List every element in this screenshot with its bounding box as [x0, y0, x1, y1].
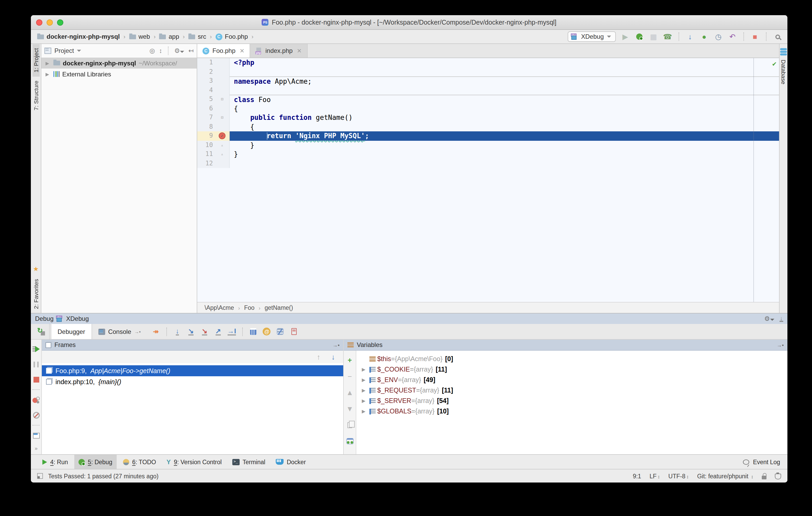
debug-tab-debugger[interactable]: Debugger: [51, 324, 92, 339]
mute-breakpoints-button[interactable]: [31, 410, 41, 420]
lock-icon[interactable]: [762, 476, 766, 479]
float-panel-icon[interactable]: →▪: [332, 342, 340, 348]
code-editor[interactable]: ✔ 1<?php23namespace App\Acme;45⊟class Fo…: [197, 58, 779, 302]
expand-arrow-icon[interactable]: ▶: [359, 409, 368, 414]
tool-window-button-4-run[interactable]: 4: Run: [38, 455, 72, 469]
code-line[interactable]: 2: [197, 67, 779, 77]
gutter-cell[interactable]: 12: [197, 159, 230, 168]
gear-icon[interactable]: ⚙: [764, 315, 774, 322]
git-branch-widget[interactable]: Git: feature/phpunit ↕: [697, 473, 753, 479]
close-tab-icon[interactable]: ✕: [240, 47, 244, 54]
gutter-cell[interactable]: 4: [197, 86, 230, 95]
expand-arrow-icon[interactable]: ▶: [359, 367, 368, 372]
listen-debug-connections-button[interactable]: ☎: [663, 31, 672, 42]
code-line[interactable]: 10▵ }: [197, 141, 779, 150]
collapse-all-icon[interactable]: ↕: [159, 47, 162, 54]
code-line[interactable]: 3namespace App\Acme;: [197, 77, 779, 86]
step-out-button[interactable]: ↗: [213, 326, 223, 337]
debug-tab-console[interactable]: Console→▪: [92, 324, 147, 339]
more-actions-icon[interactable]: »: [34, 446, 37, 451]
expand-arrow-icon[interactable]: ▶: [46, 60, 51, 66]
variable-row[interactable]: ▶$_ENV = {array}[49]: [356, 375, 787, 385]
caret-position-widget[interactable]: 9:1: [633, 473, 641, 479]
chevron-down-icon[interactable]: [77, 50, 81, 52]
show-values-inline-button[interactable]: [276, 326, 285, 337]
gutter-cell[interactable]: 2: [197, 67, 230, 77]
stop-button[interactable]: [31, 374, 41, 385]
code-line[interactable]: 4: [197, 86, 779, 95]
variable-row[interactable]: ▶$_COOKIE = {array}[11]: [356, 364, 787, 375]
rollback-button[interactable]: ↶: [728, 31, 737, 42]
breadcrumb-item[interactable]: CFoo.php: [214, 32, 249, 41]
tool-window-button-terminal[interactable]: >_Terminal: [228, 455, 269, 469]
gutter-cell[interactable]: 7⊟: [197, 113, 230, 122]
gutter-cell[interactable]: 5⊟: [197, 95, 230, 104]
variable-row[interactable]: $this = {App\Acme\Foo}[0]: [356, 354, 787, 364]
copy-value-button[interactable]: [345, 420, 354, 430]
encoding-widget[interactable]: UTF-8↕: [668, 473, 689, 479]
inspection-profile-icon[interactable]: [775, 474, 781, 479]
tool-window-button-database[interactable]: Database: [780, 58, 787, 86]
resume-button[interactable]: [31, 344, 41, 354]
recent-changes-button[interactable]: ◷: [714, 31, 723, 42]
hide-tool-window-icon[interactable]: ↓: [779, 316, 783, 322]
rerun-debug-icon[interactable]: [37, 328, 45, 335]
editor-tab-foo-php[interactable]: CFoo.php✕: [197, 44, 250, 58]
run-button[interactable]: ▶: [620, 31, 630, 42]
fold-open-icon[interactable]: ⊟: [215, 95, 229, 104]
code-line[interactable]: 6{: [197, 104, 779, 113]
remove-watch-button[interactable]: −: [345, 371, 354, 381]
commit-changes-button[interactable]: ●: [699, 31, 709, 42]
search-everywhere-button[interactable]: [773, 31, 782, 42]
inline-debugging-button[interactable]: @: [262, 326, 271, 337]
tool-window-button-docker[interactable]: Docker: [271, 455, 310, 469]
force-step-into-button[interactable]: ↘: [200, 326, 209, 337]
project-panel-title[interactable]: Project: [54, 47, 74, 54]
run-configuration-selector[interactable]: XDebug: [568, 31, 616, 42]
project-tree-row[interactable]: ▶docker-nginx-php-mysql~/Workspace/: [41, 58, 197, 68]
restore-layout-button[interactable]: [31, 430, 41, 441]
breadcrumb-item[interactable]: app: [158, 32, 180, 41]
hide-panel-icon[interactable]: ↤: [188, 47, 194, 54]
code-line[interactable]: 5⊟class Foo: [197, 95, 779, 104]
debug-button[interactable]: [635, 31, 644, 42]
gear-icon[interactable]: ⚙: [174, 47, 184, 54]
expand-arrow-icon[interactable]: ▶: [359, 398, 368, 403]
view-breakpoints-button[interactable]: [289, 326, 299, 337]
breadcrumb-item[interactable]: src: [187, 32, 207, 41]
close-tab-icon[interactable]: ✕: [297, 47, 301, 54]
tool-window-button-6-todo[interactable]: 6: TODO: [118, 455, 160, 469]
variable-row[interactable]: ▶$_SERVER = {array}[54]: [356, 396, 787, 406]
code-line[interactable]: 8 {: [197, 122, 779, 131]
locate-file-icon[interactable]: ◎: [149, 47, 155, 54]
variable-row[interactable]: ▶$_REQUEST = {array}[11]: [356, 385, 787, 396]
editor-breadcrumb-item[interactable]: \App\Acme: [205, 305, 234, 311]
code-line[interactable]: 7⊟ public function getName(): [197, 113, 779, 122]
tool-window-button-favorites[interactable]: 2: Favorites: [32, 275, 39, 313]
editor-tab-index-php[interactable]: index.php✕: [250, 44, 308, 58]
fold-close-icon[interactable]: ▵: [215, 150, 229, 159]
expand-arrow-icon[interactable]: ▶: [359, 388, 368, 393]
expand-arrow-icon[interactable]: ▶: [359, 377, 368, 382]
tool-window-button-structure[interactable]: 7: Structure: [32, 77, 39, 115]
gutter-cell[interactable]: 11▵: [197, 150, 230, 159]
evaluate-expression-button[interactable]: [249, 326, 258, 337]
fold-close-icon[interactable]: ▵: [215, 141, 229, 150]
breadcrumb-item[interactable]: web: [128, 32, 151, 41]
gutter-cell[interactable]: 10▵: [197, 141, 230, 150]
code-line[interactable]: 12: [197, 159, 779, 168]
variable-row[interactable]: ▶$GLOBALS = {array}[10]: [356, 406, 787, 417]
fold-open-icon[interactable]: ⊟: [215, 113, 229, 122]
breadcrumb-item[interactable]: docker-nginx-php-mysql: [36, 32, 121, 41]
editor-breadcrumb-item[interactable]: Foo: [244, 305, 255, 311]
code-line[interactable]: 11▵}: [197, 150, 779, 159]
run-to-cursor-button[interactable]: →I: [227, 326, 236, 337]
expand-arrow-icon[interactable]: ▶: [46, 71, 51, 77]
tool-window-button-project[interactable]: 1: Project: [32, 44, 39, 77]
event-log-button[interactable]: Event Log: [743, 459, 780, 465]
float-panel-icon[interactable]: →▪: [777, 342, 784, 348]
line-ending-widget[interactable]: LF↕: [649, 473, 660, 479]
minimize-window-button[interactable]: [47, 19, 53, 25]
inspections-ok-icon[interactable]: ✔: [772, 60, 776, 67]
zoom-window-button[interactable]: [57, 19, 63, 25]
